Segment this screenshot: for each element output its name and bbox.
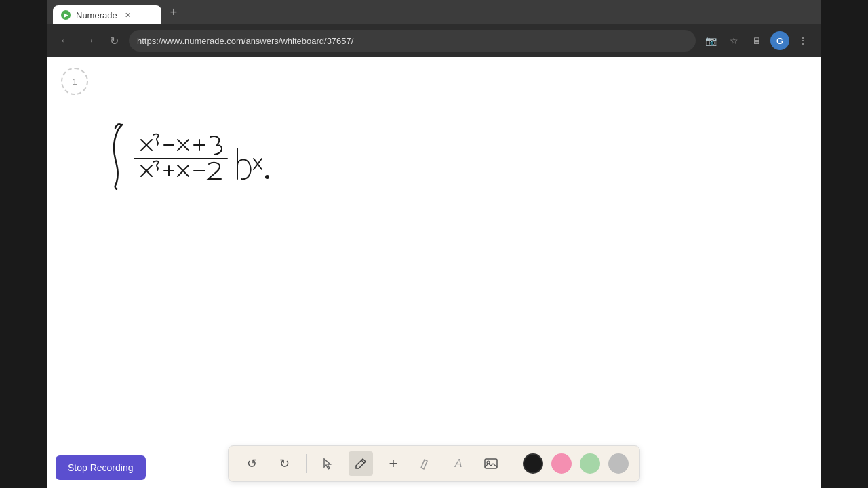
address-bar: ← → ↻ https://www.numerade.com/answers/w… bbox=[47, 24, 821, 57]
toolbar-separator-2 bbox=[513, 454, 513, 473]
undo-button[interactable]: ↺ bbox=[239, 451, 264, 476]
forward-button[interactable]: → bbox=[80, 31, 99, 50]
image-icon bbox=[484, 456, 498, 471]
page-number-indicator: 1 bbox=[61, 68, 88, 95]
tab-close-button[interactable]: ✕ bbox=[123, 9, 134, 20]
image-tool-button[interactable] bbox=[479, 451, 503, 476]
color-black[interactable] bbox=[523, 453, 543, 474]
active-tab[interactable]: ▶ Numerade ✕ bbox=[53, 5, 161, 24]
text-icon: A bbox=[455, 458, 462, 470]
whiteboard-canvas[interactable]: 1 bbox=[47, 57, 821, 488]
pen-tool-button[interactable] bbox=[349, 451, 373, 476]
color-green[interactable] bbox=[580, 453, 600, 474]
menu-icon[interactable]: ⋮ bbox=[793, 31, 812, 50]
color-pink[interactable] bbox=[551, 453, 572, 474]
stop-recording-button[interactable]: Stop Recording bbox=[56, 455, 146, 480]
bookmark-icon[interactable]: ☆ bbox=[724, 31, 743, 50]
plus-icon: + bbox=[389, 455, 398, 472]
account-icon[interactable]: G bbox=[770, 31, 789, 50]
svg-point-0 bbox=[265, 175, 269, 179]
eraser-tool-button[interactable] bbox=[414, 451, 438, 476]
eraser-icon bbox=[419, 457, 433, 470]
back-button[interactable]: ← bbox=[56, 31, 75, 50]
select-icon bbox=[321, 457, 335, 470]
redo-button[interactable]: ↻ bbox=[272, 451, 296, 476]
text-tool-button[interactable]: A bbox=[446, 451, 471, 476]
toolbar-separator-1 bbox=[306, 454, 307, 473]
refresh-button[interactable]: ↻ bbox=[104, 31, 123, 50]
drawing-toolbar: ↺ ↻ + bbox=[228, 445, 640, 482]
bottom-toolbar: Stop Recording ↺ ↻ bbox=[47, 439, 821, 488]
browser-window: ▶ Numerade ✕ + ← → ↻ https://www.numerad… bbox=[47, 0, 821, 488]
new-tab-button[interactable]: + bbox=[164, 3, 183, 22]
tab-favicon-icon: ▶ bbox=[61, 10, 71, 20]
screenshot-icon[interactable]: 📷 bbox=[701, 31, 720, 50]
color-gray[interactable] bbox=[608, 453, 629, 474]
toolbar-icons-group: 📷 ☆ 🖥 G ⋮ bbox=[701, 31, 812, 50]
tab-bar: ▶ Numerade ✕ + bbox=[47, 0, 821, 24]
display-icon[interactable]: 🖥 bbox=[747, 31, 766, 50]
select-tool-button[interactable] bbox=[316, 451, 340, 476]
pen-icon bbox=[354, 457, 368, 470]
svg-rect-1 bbox=[485, 459, 497, 468]
add-button[interactable]: + bbox=[381, 451, 406, 476]
math-formula-drawing bbox=[102, 111, 319, 199]
tab-title: Numerade bbox=[76, 10, 117, 20]
url-input[interactable]: https://www.numerade.com/answers/whitebo… bbox=[129, 30, 696, 52]
